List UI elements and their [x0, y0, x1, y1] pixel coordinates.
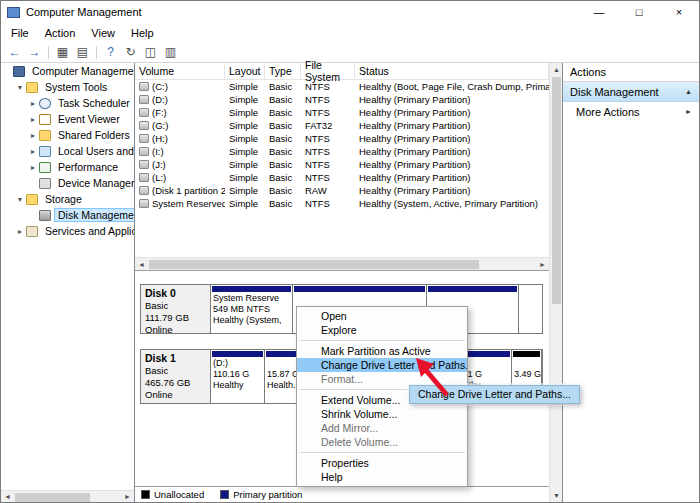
tree-item-shared-folders[interactable]: ▸ Shared Folders [1, 127, 134, 143]
table-row[interactable]: (D:) Simple Basic NTFS Healthy (Primary … [135, 93, 549, 106]
tree-item-system-tools[interactable]: ▾ System Tools [1, 79, 134, 95]
table-row[interactable]: (I:) Simple Basic NTFS Healthy (Primary … [135, 145, 549, 158]
expand-icon[interactable]: ▸ [15, 227, 25, 236]
expand-icon[interactable]: ▸ [28, 163, 38, 172]
tree-item-disk-management[interactable]: Disk Management [1, 207, 134, 223]
help-icon[interactable]: ? [101, 43, 120, 61]
services-icon [26, 226, 38, 237]
scroll-track[interactable] [550, 76, 562, 489]
scroll-thumb[interactable] [552, 77, 561, 304]
disk-kind: Basic [145, 300, 206, 312]
menu-action[interactable]: Action [37, 27, 84, 39]
expand-icon[interactable]: ▸ [28, 131, 38, 140]
volume-layout: Simple [225, 94, 265, 105]
tree-item-storage[interactable]: ▾ Storage [1, 191, 134, 207]
column-header-volume[interactable]: Volume [135, 63, 225, 79]
column-header-status[interactable]: Status [355, 63, 549, 79]
vertical-scrollbar[interactable] [549, 63, 562, 502]
scroll-left-icon[interactable] [135, 258, 148, 271]
menu-item-shrink-volume[interactable]: Shrink Volume... [297, 407, 467, 421]
table-row[interactable]: (H:) Simple Basic NTFS Healthy (Primary … [135, 132, 549, 145]
volume-icon [139, 121, 149, 130]
volume-horizontal-scrollbar[interactable] [135, 257, 549, 270]
forward-icon[interactable]: → [25, 43, 44, 61]
back-icon[interactable]: ← [5, 43, 24, 61]
scroll-thumb[interactable] [149, 260, 479, 269]
tree-item-performance[interactable]: ▸ Performance [1, 159, 134, 175]
collapse-icon[interactable]: ▾ [15, 83, 25, 92]
partition[interactable]: 15.87 G Health... [265, 350, 298, 403]
scroll-track[interactable] [148, 258, 536, 270]
expand-icon[interactable]: ▸ [28, 147, 38, 156]
expand-icon[interactable]: ▸ [28, 99, 38, 108]
menu-view[interactable]: View [83, 27, 123, 39]
expand-icon[interactable]: ▸ [28, 115, 38, 124]
scroll-track[interactable] [14, 491, 121, 502]
column-header-file-system[interactable]: File System [301, 63, 355, 79]
scroll-up-icon[interactable] [550, 63, 563, 76]
show-console-tree-icon[interactable]: ▦ [53, 43, 72, 61]
partition-d[interactable]: (D:) 110.16 G Healthy [211, 350, 265, 403]
tree-item-device-manager[interactable]: Device Manager [1, 175, 134, 191]
menu-item-open[interactable]: Open [297, 309, 467, 323]
menu-item-explore[interactable]: Explore [297, 323, 467, 337]
annotation-arrow-icon [409, 355, 455, 397]
app-icon [7, 7, 20, 18]
partition-title: System Reserve [211, 293, 292, 304]
disk-state: Online [145, 389, 206, 401]
table-row[interactable]: System Reserved (K:) Simple Basic NTFS H… [135, 197, 549, 210]
minimize-button[interactable]: — [579, 1, 619, 23]
menu-item-properties[interactable]: Properties [297, 456, 467, 470]
table-row[interactable]: (G:) Simple Basic FAT32 Healthy (Primary… [135, 119, 549, 132]
table-row[interactable]: (C:) Simple Basic NTFS Healthy (Boot, Pa… [135, 80, 549, 93]
tree-item-services-and-applications[interactable]: ▸ Services and Applications [1, 223, 134, 239]
scroll-thumb[interactable] [15, 493, 90, 502]
table-row[interactable]: (Disk 1 partition 2) Simple Basic RAW He… [135, 184, 549, 197]
column-header-layout[interactable]: Layout [225, 63, 265, 79]
views-icon[interactable]: ▥ [161, 43, 180, 61]
actions-section-disk-management[interactable]: Disk Management [563, 82, 699, 102]
disk-0-label[interactable]: Disk 0 Basic 111.79 GB Online [141, 285, 211, 333]
volume-status: Healthy (Boot, Page File, Crash Dump, Pr… [355, 81, 549, 92]
properties-icon[interactable]: ▤ [73, 43, 92, 61]
disk-1-label[interactable]: Disk 1 Basic 465.76 GB Online [141, 350, 211, 403]
tree-item-task-scheduler[interactable]: ▸ Task Scheduler [1, 95, 134, 111]
tree-item-local-users-and-groups[interactable]: ▸ Local Users and Groups [1, 143, 134, 159]
volume-name: (I:) [152, 146, 164, 157]
maximize-button[interactable]: □ [619, 1, 659, 23]
scroll-right-icon[interactable] [536, 258, 549, 271]
scroll-down-icon[interactable] [550, 489, 563, 502]
menu-help[interactable]: Help [123, 27, 162, 39]
task-scheduler-icon [39, 98, 51, 109]
title-bar: Computer Management — □ × [1, 1, 699, 23]
partition-color-strip [266, 351, 296, 357]
table-row[interactable]: (J:) Simple Basic NTFS Healthy (Primary … [135, 158, 549, 171]
refresh-icon[interactable]: ↻ [121, 43, 140, 61]
collapse-icon[interactable]: ▾ [15, 195, 25, 204]
console-tree: Computer Management (Local ▾ System Tool… [1, 63, 135, 502]
users-icon [39, 146, 51, 157]
scroll-right-icon[interactable] [121, 490, 134, 502]
tree-item-event-viewer[interactable]: ▸ Event Viewer [1, 111, 134, 127]
table-row[interactable]: (F:) Simple Basic NTFS Healthy (Primary … [135, 106, 549, 119]
menu-item-add-mirror: Add Mirror... [297, 421, 467, 435]
toolbar-separator [48, 46, 49, 59]
menu-item-help[interactable]: Help [297, 470, 467, 484]
volume-layout: Simple [225, 185, 265, 196]
disk-views-icon[interactable]: ◫ [141, 43, 160, 61]
more-actions-item[interactable]: More Actions [563, 102, 699, 121]
tree-horizontal-scrollbar[interactable] [1, 490, 134, 502]
partition-title [265, 358, 297, 369]
column-header-type[interactable]: Type [265, 63, 301, 79]
menu-item-delete-volume: Delete Volume... [297, 435, 467, 449]
table-row[interactable]: (L:) Simple Basic NTFS Healthy (Primary … [135, 171, 549, 184]
partition-system-reserved[interactable]: System Reserve 549 MB NTFS Healthy (Syst… [211, 285, 293, 333]
disk-state: Online [145, 324, 206, 336]
menu-file[interactable]: File [3, 27, 37, 39]
tree-item-computer-management[interactable]: Computer Management (Local [1, 63, 134, 79]
collapse-section-icon[interactable] [685, 88, 692, 95]
volume-status: Healthy (Primary Partition) [355, 172, 549, 183]
partition-status: Healthy (System, [211, 315, 292, 326]
close-button[interactable]: × [659, 1, 699, 23]
scroll-left-icon[interactable] [1, 490, 14, 502]
